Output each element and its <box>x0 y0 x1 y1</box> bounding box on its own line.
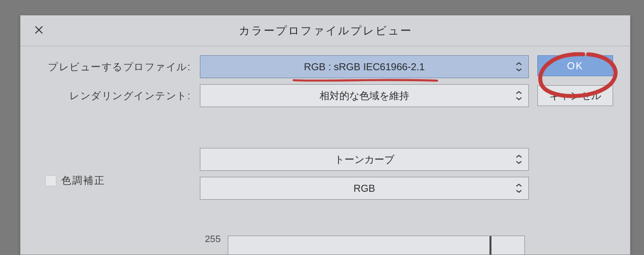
row-preview-profile: プレビューするプロファイル: RGB : sRGB IEC61966-2.1 <box>37 55 613 78</box>
select-tone-curve-value: トーンカーブ <box>334 153 394 166</box>
dialog-button-panel: OK キャンセル <box>537 55 613 106</box>
chevron-up-icon <box>513 61 524 67</box>
label-preview-profile: プレビューするプロファイル: <box>37 60 200 74</box>
select-rendering-intent-value: 相対的な色域を維持 <box>320 89 409 103</box>
dialog-titlebar: カラープロファイルプレビュー <box>20 15 630 46</box>
curve-axis-max-label: 255 <box>205 234 221 245</box>
checkbox-tone-correction-wrap: 色調補正 <box>45 174 105 187</box>
select-preview-profile-value: RGB : sRGB IEC61966-2.1 <box>304 61 425 73</box>
select-tone-curve[interactable]: トーンカーブ <box>200 148 529 171</box>
chevron-up-icon <box>513 153 524 159</box>
chevron-down-icon <box>513 188 524 194</box>
select-rendering-intent[interactable]: 相対的な色域を維持 <box>200 84 529 107</box>
ok-button[interactable]: OK <box>537 55 613 76</box>
label-tone-correction: 色調補正 <box>61 174 105 187</box>
chevron-up-icon <box>513 182 524 188</box>
curve-canvas[interactable] <box>228 236 525 255</box>
select-channel-value: RGB <box>353 183 375 194</box>
select-preview-profile[interactable]: RGB : sRGB IEC61966-2.1 <box>200 55 529 78</box>
row-rendering-intent: レンダリングインテント: 相対的な色域を維持 <box>37 84 613 107</box>
section-divider <box>37 113 613 148</box>
cancel-button-label: キャンセル <box>549 89 602 103</box>
close-button[interactable] <box>31 23 46 38</box>
checkbox-tone-correction[interactable] <box>45 175 56 186</box>
row-tone-curve: トーンカーブ <box>37 148 613 171</box>
select-stepper-icon <box>513 87 524 105</box>
color-profile-preview-dialog: カラープロファイルプレビュー プレビューするプロファイル: RGB : sRGB… <box>20 15 631 255</box>
select-channel[interactable]: RGB <box>200 177 529 200</box>
cancel-button[interactable]: キャンセル <box>537 85 613 106</box>
label-rendering-intent: レンダリングインテント: <box>37 89 200 103</box>
chevron-up-icon <box>513 90 524 96</box>
select-stepper-icon <box>513 58 524 76</box>
curve-marker-line <box>489 236 491 255</box>
select-stepper-icon <box>513 179 524 197</box>
chevron-down-icon <box>513 67 524 73</box>
ok-button-label: OK <box>567 60 584 72</box>
select-stepper-icon <box>513 150 524 168</box>
dialog-title: カラープロファイルプレビュー <box>239 24 412 37</box>
curve-area: 255 <box>228 236 527 255</box>
app-backdrop: カラープロファイルプレビュー プレビューするプロファイル: RGB : sRGB… <box>0 0 644 255</box>
row-channel: RGB <box>37 177 613 200</box>
chevron-down-icon <box>513 159 524 165</box>
close-icon <box>34 15 43 46</box>
chevron-down-icon <box>513 96 524 102</box>
